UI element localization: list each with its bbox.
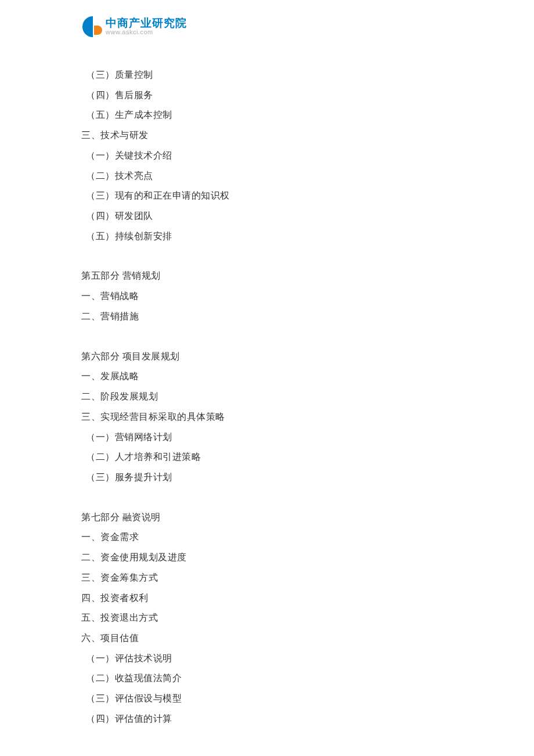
toc-line: 一、营销战略: [81, 286, 453, 307]
toc-line: 六、项目估值: [81, 628, 453, 649]
toc-line: （四）研发团队: [81, 206, 453, 226]
toc-line: 第五部分 营销规划: [81, 266, 453, 286]
toc-line: （三）服务提升计划: [81, 467, 453, 488]
toc-line: （五）持续创新安排: [81, 226, 453, 247]
toc-line: 一、发展战略: [81, 366, 453, 387]
logo-text-en: www.askci.com: [106, 28, 187, 36]
toc-line: 三、技术与研发: [81, 125, 453, 146]
toc-line: 二、资金使用规划及进度: [81, 548, 453, 568]
logo-text-cn: 中商产业研究院: [106, 17, 187, 28]
logo-icon: [82, 16, 103, 37]
toc-line: （三）现有的和正在申请的知识权: [81, 186, 453, 206]
toc-line: 五、投资退出方式: [81, 608, 453, 628]
toc-line: 四、投资者权利: [81, 588, 453, 609]
section-gap: [81, 488, 453, 507]
toc-line: （一）关键技术介绍: [81, 146, 453, 166]
toc-line: 第六部分 项目发展规划: [81, 347, 453, 367]
toc-content: （三）质量控制（四）售后服务（五）生产成本控制三、技术与研发（一）关键技术介绍（…: [81, 65, 453, 729]
section-gap: [81, 327, 453, 347]
toc-line: （五）生产成本控制: [81, 105, 453, 125]
toc-line: （一）营销网络计划: [81, 427, 453, 448]
toc-line: （三）质量控制: [81, 65, 453, 85]
toc-line: （二）人才培养和引进策略: [81, 447, 453, 467]
toc-line: 第七部分 融资说明: [81, 507, 453, 528]
section-gap: [81, 246, 453, 266]
toc-line: （二）收益现值法简介: [81, 668, 453, 689]
toc-line: 二、阶段发展规划: [81, 387, 453, 407]
toc-line: （三）评估假设与模型: [81, 689, 453, 709]
toc-line: 三、实现经营目标采取的具体策略: [81, 407, 453, 427]
toc-line: （四）售后服务: [81, 85, 453, 106]
toc-line: 三、资金筹集方式: [81, 568, 453, 588]
toc-line: 二、营销措施: [81, 307, 453, 327]
toc-line: 一、资金需求: [81, 527, 453, 548]
toc-line: （二）技术亮点: [81, 166, 453, 186]
toc-line: （四）评估值的计算: [81, 709, 453, 729]
header-logo: 中商产业研究院 www.askci.com: [82, 16, 187, 37]
toc-line: （一）评估技术说明: [81, 649, 453, 669]
